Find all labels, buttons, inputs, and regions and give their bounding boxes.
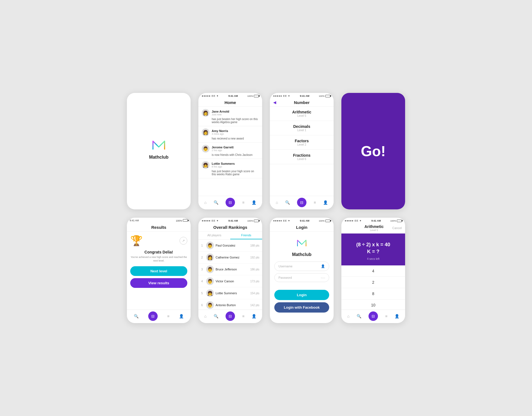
nav-cards-active[interactable]: ⊟ (226, 311, 235, 321)
carrier: ●●●●● EE ✦ (202, 219, 219, 222)
rank-num-6: 6 (201, 303, 204, 307)
feed-time-4: 8 hrs ago (212, 165, 235, 168)
avatar-bruce: 👨 (206, 265, 214, 273)
feed-item-3: 👨 Jerome Garrett 2 hrs ago is now friend… (198, 143, 262, 159)
quiz-timer: 4 secs left (346, 257, 401, 260)
rank-name-5: Lottie Summers (216, 291, 249, 295)
rankings-header: Overall Rankings (198, 223, 262, 232)
login-button[interactable]: Login (274, 290, 329, 300)
arithmetic-title: Arithmetic (364, 224, 383, 229)
login-content: Mathclub Username 👤 Password ○— Login Lo… (270, 232, 334, 313)
time: 9:41 AM (228, 95, 238, 97)
password-placeholder: Password (278, 276, 292, 279)
home-nav-bar: ⌂ 🔍 ⊟ ≡ 👤 (198, 196, 262, 209)
nav-cards-active[interactable]: ⊟ (297, 198, 306, 207)
nav-home[interactable]: ⌂ (276, 200, 278, 205)
avatar-catherine: 👩 (206, 253, 214, 261)
rank-num-3: 3 (201, 268, 204, 271)
nav-home[interactable]: ⌂ (204, 314, 206, 318)
avatar-amy: 👩 (202, 128, 209, 136)
number-item-fractions[interactable]: Fractions Level 6 (270, 150, 334, 164)
rank-num-1: 1 (201, 244, 204, 247)
login-facebook-button[interactable]: Login with Facebook (274, 302, 329, 313)
number-item-arithmetic[interactable]: Arithmetic Level 5 (270, 106, 334, 121)
nav-user[interactable]: 👤 (395, 314, 399, 318)
avatar-antonio: 👨 (206, 301, 214, 309)
battery-icon (325, 95, 330, 97)
results-header-row: 🏆 ↗ (130, 235, 187, 247)
feed-time-3: 2 hrs ago (212, 149, 234, 152)
rank-pts-5: 154 pts (250, 292, 259, 295)
congrats-title: Congrats Delia! (144, 250, 173, 254)
nav-search[interactable]: 🔍 (134, 314, 139, 318)
item-sub-factors: Level 2 (274, 143, 329, 146)
carrier: ●●●●● EE ✦ (273, 219, 290, 222)
avatar-paul: 👨 (206, 242, 214, 249)
quiz-option-2[interactable]: 2 (341, 277, 405, 288)
results-time: 9:41 AM (130, 219, 139, 222)
number-nav-bar: ⌂ 🔍 ⊟ ≡ 👤 (270, 196, 334, 209)
nav-cards-active[interactable]: ⊟ (226, 198, 235, 207)
quiz-option-1[interactable]: 4 (341, 265, 405, 277)
home-screen: ●●●●● EE ✦ 9:41 AM 100% Home 👩 Jane Arno… (198, 93, 262, 209)
item-title-arithmetic: Arithmetic (274, 110, 329, 114)
nav-cards-active[interactable]: ⊟ (369, 311, 378, 321)
item-title-decimals: Decimals (274, 124, 329, 129)
go-screen-bg: Go! (341, 93, 405, 209)
nav-list[interactable]: ≡ (167, 314, 169, 318)
rank-num-5: 5 (201, 291, 204, 295)
results-screen: 9:41 AM 100% Results 🏆 ↗ Congrats Delia!… (127, 218, 191, 323)
battery-icons: 100% (390, 220, 402, 222)
feed-item-2: 👩 Amy Norris 3 mins ago has recieved a n… (198, 126, 262, 143)
number-item-factors[interactable]: Factors Level 2 (270, 135, 334, 150)
nav-home[interactable]: ⌂ (204, 200, 206, 205)
username-input[interactable]: Username 👤 (274, 262, 329, 271)
nav-cards-active[interactable]: ⊟ (148, 311, 158, 321)
nav-search[interactable]: 🔍 (214, 314, 218, 318)
tab-friends[interactable]: Friends (230, 232, 262, 239)
nav-search[interactable]: 🔍 (214, 200, 218, 205)
mathclub-logo (150, 137, 167, 155)
time: 9:41 AM (300, 95, 309, 97)
nav-list[interactable]: ≡ (242, 314, 244, 318)
rank-pts-1: 188 pts (250, 244, 259, 247)
arithmetic-header-row: Arithmetic Level 5 Cancel (341, 223, 405, 234)
ranking-row-5: 5 👧 Lottie Summers 154 pts (198, 287, 262, 299)
cancel-button[interactable]: Cancel (392, 226, 402, 230)
carrier: ●●●●● EE ✦ (202, 95, 219, 97)
battery-icon (254, 220, 259, 222)
quiz-equation-line2: K = ? (346, 248, 401, 255)
nav-search[interactable]: 🔍 (357, 314, 361, 318)
nav-user[interactable]: 👤 (252, 314, 256, 318)
rankings-tabs: All players Friends (198, 232, 262, 240)
quiz-question-block: (8 ÷ 2) x k = 40 K = ? 4 secs left (341, 234, 405, 265)
rank-pts-3: 186 pts (250, 268, 259, 271)
tab-all-players[interactable]: All players (198, 232, 230, 239)
rank-num-2: 2 (201, 256, 204, 259)
user-icon: 👤 (321, 264, 325, 268)
quiz-option-3[interactable]: 8 (341, 288, 405, 300)
nav-user[interactable]: 👤 (252, 200, 256, 205)
login-screen: ●●●●● EE ✦ 9:41 AM 100% Login (270, 218, 334, 323)
arithmetic-title-block: Arithmetic Level 5 (364, 224, 383, 232)
nav-search[interactable]: 🔍 (285, 200, 290, 205)
view-results-button[interactable]: View results (130, 278, 187, 288)
feed-name-3: Jerome Garrett (212, 146, 234, 149)
password-input[interactable]: Password ○— (274, 273, 329, 282)
feed-text-1: has just beaten her high score on this w… (202, 118, 259, 124)
nav-list[interactable]: ≡ (314, 200, 316, 205)
nav-user[interactable]: 👤 (179, 314, 184, 318)
nav-home[interactable]: ⌂ (347, 314, 349, 318)
nav-user[interactable]: 👤 (323, 200, 328, 205)
back-button[interactable]: ◀ (273, 100, 276, 105)
feed-text-3: is now friends with Chris Jackson (202, 153, 259, 156)
number-item-decimals[interactable]: Decimals Level 1 (270, 121, 334, 135)
share-button[interactable]: ↗ (180, 237, 187, 245)
battery-icons: 100% (319, 220, 330, 222)
trophy-icon: 🏆 (130, 235, 143, 247)
nav-list[interactable]: ≡ (385, 314, 387, 318)
feed-item-1: 👩 Jane Arnold Just now has just beaten h… (198, 107, 262, 126)
nav-list[interactable]: ≡ (242, 200, 244, 205)
avatar-victor: 👨 (206, 277, 214, 285)
next-level-button[interactable]: Next level (130, 266, 187, 276)
